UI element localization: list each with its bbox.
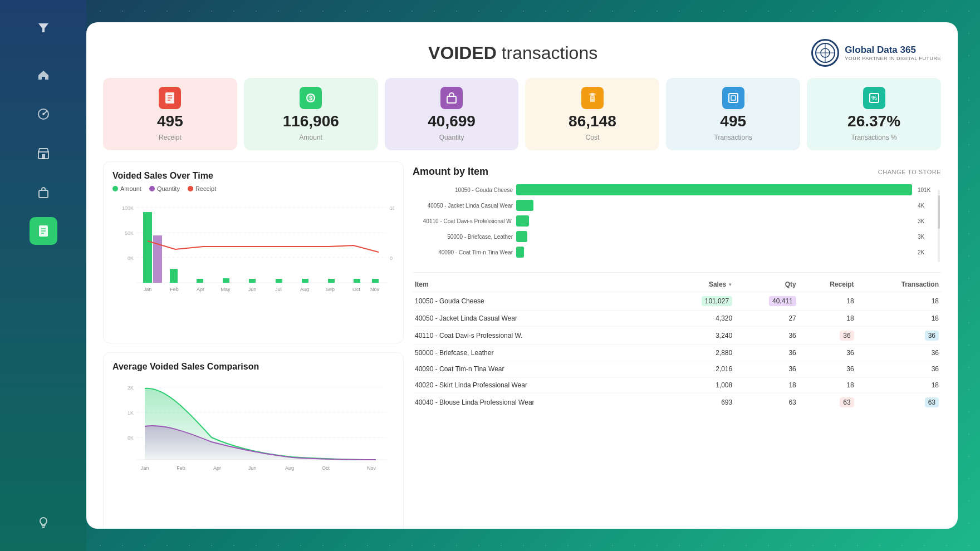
bar-fill-jacket bbox=[516, 200, 533, 211]
svg-rect-48 bbox=[354, 279, 360, 283]
transaction-cell: 36 bbox=[856, 361, 941, 377]
legend-qty-dot bbox=[149, 186, 155, 191]
kpi-trans-pct-value: 26.37% bbox=[847, 112, 900, 130]
item-cell: 40040 - Blouse Linda Professional Wear bbox=[413, 393, 663, 412]
svg-rect-22 bbox=[447, 96, 456, 103]
amount-by-item-title: Amount by Item bbox=[413, 166, 488, 178]
receipt-cell-highlight: 36 bbox=[840, 331, 854, 341]
sidebar bbox=[0, 0, 86, 551]
bar-fill-gouda bbox=[516, 184, 912, 195]
svg-text:%: % bbox=[871, 95, 877, 101]
reports-icon[interactable] bbox=[30, 217, 57, 245]
svg-rect-44 bbox=[249, 279, 256, 283]
scrollbar-thumb[interactable] bbox=[938, 195, 940, 229]
change-store-button[interactable]: CHANGE TO STORE bbox=[878, 169, 941, 175]
svg-text:May: May bbox=[220, 287, 231, 292]
bar-val-briefcase: 3K bbox=[918, 234, 934, 240]
qty-cell: 18 bbox=[734, 377, 798, 393]
kpi-trans-pct-label: Transactions % bbox=[851, 134, 896, 141]
col-qty: Qty bbox=[734, 277, 798, 292]
svg-rect-26 bbox=[729, 94, 738, 102]
dashboard-icon[interactable] bbox=[30, 100, 57, 128]
item-cell: 50000 - Briefcase, Leather bbox=[413, 345, 663, 361]
chart1-title: Voided Sales Over Time bbox=[112, 171, 394, 181]
qty-cell: 36 bbox=[734, 345, 798, 361]
table-row: 50000 - Briefcase, Leather 2,880 36 36 3… bbox=[413, 345, 941, 361]
svg-rect-39 bbox=[143, 212, 152, 283]
bar-row-gouda: 10050 - Gouda Cheese 101K bbox=[413, 184, 934, 195]
bar-row-coat-davis: 40110 - Coat Davi-s Professional W. 3K bbox=[413, 215, 934, 227]
kpi-quantity-value: 40,699 bbox=[428, 112, 476, 130]
bar-val-gouda: 101K bbox=[918, 187, 934, 193]
svg-text:Aug: Aug bbox=[300, 287, 309, 292]
chart2-title: Average Voided Sales Comparison bbox=[112, 362, 394, 372]
kpi-transactions: 495 Transactions bbox=[666, 78, 800, 150]
bar-fill-briefcase bbox=[516, 231, 527, 242]
legend-amount-label: Amount bbox=[120, 185, 141, 192]
left-charts: Voided Sales Over Time Amount Quantity R… bbox=[103, 161, 404, 529]
bar-label-briefcase: 50000 - Briefcase, Leather bbox=[413, 234, 513, 240]
table-row: 40040 - Blouse Linda Professional Wear 6… bbox=[413, 393, 941, 412]
col-receipt: Receipt bbox=[798, 277, 856, 292]
svg-text:Jul: Jul bbox=[275, 287, 282, 292]
legend-amount: Amount bbox=[112, 185, 141, 192]
svg-text:Jan: Jan bbox=[144, 287, 152, 292]
bar-chart-area: 10050 - Gouda Cheese 101K 40050 - Jacket… bbox=[413, 184, 941, 268]
items-table: Item Sales ▼ Qty Receipt Transaction 100… bbox=[413, 277, 941, 411]
legend-receipt-dot bbox=[188, 186, 193, 191]
ideas-icon[interactable] bbox=[30, 509, 57, 537]
transaction-cell: 36 bbox=[856, 345, 941, 361]
svg-text:0K: 0K bbox=[128, 435, 134, 441]
receipt-cell-highlight: 63 bbox=[840, 397, 854, 407]
scrollbar-track[interactable] bbox=[938, 190, 940, 262]
filter-icon[interactable] bbox=[30, 14, 57, 42]
receipt-cell: 36 bbox=[798, 327, 856, 345]
header: VOIDED transactions Global Data 365 YOUR… bbox=[103, 39, 941, 67]
receipt-cell: 18 bbox=[798, 377, 856, 393]
sales-cell: 4,320 bbox=[663, 311, 734, 327]
svg-rect-5 bbox=[39, 190, 48, 198]
chart2-svg: 2K 1K 0K bbox=[112, 376, 394, 479]
kpi-row: 495 Receipt $ 116,906 Amount 40,699 bbox=[103, 78, 941, 150]
svg-text:Apr: Apr bbox=[213, 465, 221, 471]
col-item: Item bbox=[413, 277, 663, 292]
sales-cell: 101,027 bbox=[663, 292, 734, 311]
bar-track-jacket bbox=[516, 200, 912, 211]
charts-row: Voided Sales Over Time Amount Quantity R… bbox=[103, 161, 941, 529]
bar-fill-coat-tina bbox=[516, 247, 524, 258]
table-row: 40110 - Coat Davi-s Professional W. 3,24… bbox=[413, 327, 941, 345]
home-icon[interactable] bbox=[30, 61, 57, 89]
bag-icon[interactable] bbox=[30, 178, 57, 206]
svg-rect-47 bbox=[328, 279, 335, 283]
sales-cell: 693 bbox=[663, 393, 734, 412]
kpi-cost-label: Cost bbox=[586, 134, 600, 141]
table-row: 40020 - Skirt Linda Professional Wear 1,… bbox=[413, 377, 941, 393]
bar-row-coat-tina: 40090 - Coat Tim-n Tina Wear 2K bbox=[413, 247, 934, 258]
chart1-legend: Amount Quantity Receipt bbox=[112, 185, 394, 192]
bar-val-jacket: 4K bbox=[918, 203, 934, 209]
col-transaction: Transaction bbox=[856, 277, 941, 292]
quantity-icon bbox=[440, 87, 463, 109]
sales-cell: 2,880 bbox=[663, 345, 734, 361]
legend-receipt-label: Receipt bbox=[195, 185, 216, 192]
store-icon[interactable] bbox=[30, 139, 57, 167]
bar-label-coat-tina: 40090 - Coat Tim-n Tina Wear bbox=[413, 249, 513, 255]
transaction-cell: 18 bbox=[856, 377, 941, 393]
svg-rect-27 bbox=[731, 96, 736, 100]
bar-label-coat-davis: 40110 - Coat Davi-s Professional W. bbox=[413, 218, 513, 224]
svg-text:$: $ bbox=[309, 95, 312, 101]
legend-amount-dot bbox=[112, 186, 118, 191]
divider bbox=[413, 272, 941, 273]
svg-text:0K: 0K bbox=[128, 255, 134, 261]
receipt-cell: 36 bbox=[798, 345, 856, 361]
legend-receipt: Receipt bbox=[188, 185, 216, 192]
transaction-cell: 63 bbox=[856, 393, 941, 412]
bar-val-coat-davis: 3K bbox=[918, 218, 934, 224]
col-sales[interactable]: Sales ▼ bbox=[663, 277, 734, 292]
bar-track-coat-davis bbox=[516, 215, 912, 227]
svg-text:Feb: Feb bbox=[170, 287, 179, 292]
qty-cell: 27 bbox=[734, 311, 798, 327]
qty-cell: 63 bbox=[734, 393, 798, 412]
item-cell: 40020 - Skirt Linda Professional Wear bbox=[413, 377, 663, 393]
right-panel: Amount by Item CHANGE TO STORE 10050 - G… bbox=[413, 161, 941, 529]
